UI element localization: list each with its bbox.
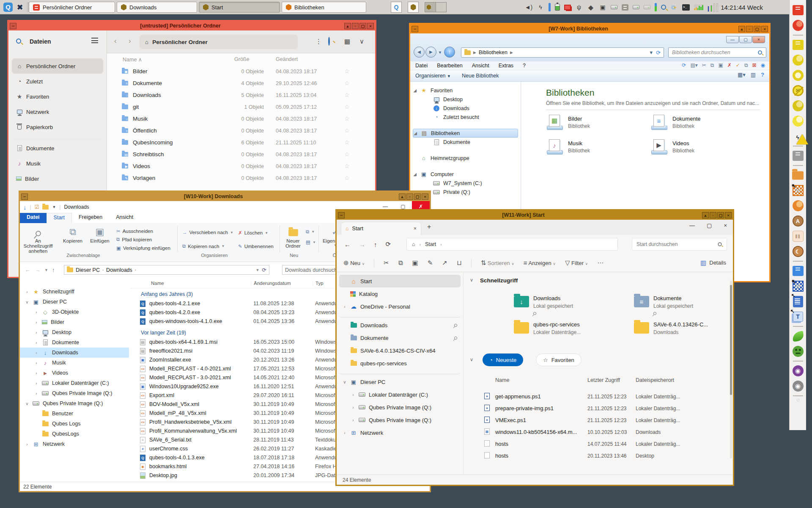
file-row[interactable]: hosts 14.07.2025 11:44 Lokaler Datenträg… xyxy=(464,438,727,450)
explorer-tab[interactable]: ⌂ Start × xyxy=(341,222,421,235)
collapse-icon[interactable]: ∨ xyxy=(470,357,473,362)
minimize-button[interactable]: ▫ xyxy=(406,193,413,200)
copy-icon[interactable]: ⧉ xyxy=(710,62,714,68)
search-box[interactable]: Bibliotheken durchsuchen xyxy=(668,47,766,58)
sidebar-item[interactable] xyxy=(12,135,103,139)
library-item[interactable]: ♪ Musik Bibliothek xyxy=(546,138,643,159)
scrollbar[interactable] xyxy=(730,281,732,458)
file-cabinet-icon[interactable] xyxy=(622,4,628,11)
files-blue-icon[interactable] xyxy=(792,265,804,277)
close-button-aero[interactable]: × xyxy=(752,36,765,43)
terminal-icon[interactable]: >_ xyxy=(682,4,690,11)
file-row[interactable]: prepare-private-img.ps1 21.11.2025 12:23… xyxy=(464,403,727,414)
history-dropdown-icon[interactable]: ▼ xyxy=(438,50,442,55)
back-icon[interactable]: ← xyxy=(344,241,351,248)
tree-item[interactable]: SAVe-6.4.0.13426-CS-CIV-x64 xyxy=(339,344,461,357)
library-item[interactable]: ▶ Videos Bibliothek xyxy=(650,138,748,159)
window-menu-button[interactable]: – xyxy=(411,26,418,32)
battery-icon[interactable] xyxy=(555,4,560,11)
close-button-win[interactable]: × xyxy=(724,222,727,229)
tree-item[interactable]: Benutzer xyxy=(20,409,129,419)
sidebar-item[interactable]: Favoriten xyxy=(12,89,103,104)
star-icon[interactable]: ☆ xyxy=(344,151,350,157)
close-button[interactable]: × xyxy=(761,26,768,32)
chromium-yellow-icon[interactable] xyxy=(792,69,804,82)
sidebar-item[interactable]: Bilder xyxy=(12,171,103,186)
column-type[interactable]: Typ xyxy=(313,281,324,286)
info-icon[interactable]: ◉ xyxy=(761,62,765,68)
copy-path-button[interactable]: ⧉Pfad kopieren xyxy=(116,237,152,242)
column-modified[interactable]: Änderungsdatum xyxy=(251,281,291,286)
tree-item[interactable]: › Desktop xyxy=(20,327,129,337)
domains-cube-icon[interactable]: ◆ xyxy=(587,3,595,11)
paste-icon[interactable]: ▣ xyxy=(718,62,723,68)
file-row[interactable]: ↓ Downloads 5 Objekte 16.11.2025 13:04 ☆ xyxy=(107,90,375,102)
shade-button[interactable]: ▴ xyxy=(399,193,406,200)
disk-2-icon[interactable] xyxy=(633,5,639,9)
forward-button[interactable]: ► xyxy=(425,47,436,58)
address-dropdown-icon[interactable]: ▼ xyxy=(649,50,653,55)
cut-icon[interactable]: ✂ xyxy=(702,62,706,68)
view-options-icon[interactable]: ∨ xyxy=(359,38,364,45)
file-row[interactable]: » Öffentlich 0 Objekte 04.08.2023 18:17 … xyxy=(107,125,375,137)
maximize-button-win[interactable]: ▢ xyxy=(707,222,712,229)
search-icon[interactable] xyxy=(16,39,21,44)
tree-item[interactable]: Dokumente xyxy=(413,138,518,146)
tree-item[interactable]: › Qubes Private Image (Q:) xyxy=(20,388,129,398)
coin-bronze-icon[interactable]: ☾ xyxy=(792,245,804,258)
mixer-beige-icon[interactable]: ‖‖ xyxy=(792,230,804,243)
shade-button[interactable]: ▴ xyxy=(344,23,351,29)
file-row[interactable]: ✎ Vorlagen 0 Objekte 04.08.2023 18:17 ☆ xyxy=(107,173,375,185)
firefox-gray-selected[interactable] xyxy=(797,399,799,401)
minimize-button-win[interactable]: — xyxy=(689,222,695,229)
sidebar-item[interactable]: Dokumente xyxy=(12,141,103,156)
copy-icon[interactable]: ⧉ xyxy=(398,259,403,267)
tree-item[interactable]: Desktop xyxy=(413,95,518,104)
tree-item[interactable]: › Lokaler Datenträger (C:) xyxy=(339,388,461,401)
qubes-update-icon[interactable] xyxy=(564,5,571,10)
copy-to-button[interactable]: ⧉Kopieren nach▼ xyxy=(182,243,225,249)
star-icon[interactable]: ☆ xyxy=(344,127,350,134)
share-icon[interactable]: ↗ xyxy=(442,259,447,267)
minimize-button-aero[interactable]: — xyxy=(726,36,739,43)
address-bar[interactable]: ⌂ › Start › xyxy=(406,238,618,251)
organize-button[interactable]: Organisieren ▼ xyxy=(415,73,451,79)
search-folder-icon[interactable] xyxy=(328,38,330,45)
tree-item[interactable]: ◢ Bibliotheken xyxy=(413,129,518,138)
disconnect-icon[interactable]: ⊠ xyxy=(752,62,756,68)
volume-icon[interactable]: ◄) xyxy=(525,3,532,11)
properties-qat-icon[interactable]: ☑ xyxy=(35,204,39,210)
quick-access-card[interactable]: SAVe-6.4.0.13426-C... Downloads xyxy=(634,321,733,345)
tree-item[interactable]: ∨ Qubes Private Image (Q:) xyxy=(20,398,129,409)
pin-quick-access-button[interactable]: An Schnellzugriffanheften xyxy=(22,226,55,254)
tree-item[interactable]: › Bilder xyxy=(20,317,129,327)
close-button[interactable]: × xyxy=(422,193,428,200)
tree-item[interactable]: Downloads xyxy=(339,319,461,331)
tree-item[interactable]: › Qubes Private Image (Q:) xyxy=(339,414,461,426)
firefox-orange-icon[interactable] xyxy=(792,199,804,212)
tree-item[interactable]: › Netzwerk xyxy=(339,426,461,439)
file-row[interactable]: ♪ Musik 0 Objekte 04.08.2023 18:17 ☆ xyxy=(107,113,375,125)
menu-item[interactable]: ? xyxy=(523,63,526,69)
new-library-button[interactable]: Neue Bibliothek xyxy=(462,73,499,79)
tab-close-icon[interactable]: × xyxy=(414,226,417,232)
back-button[interactable]: ◄ xyxy=(414,47,425,58)
address-dropdown-icon[interactable]: ▼ xyxy=(256,268,260,272)
window-titlebar[interactable]: – [W10-Work] Downloads ▴▫▢× xyxy=(20,192,430,201)
writer-blue-icon[interactable] xyxy=(792,295,804,308)
qubes-domains-widget-icon[interactable]: Q xyxy=(391,2,402,13)
refresh-icon[interactable]: ⟳ xyxy=(682,62,686,68)
disk-3-icon[interactable] xyxy=(644,5,650,9)
back-button[interactable]: ‹ xyxy=(114,37,117,45)
screenshot-tool-icon[interactable]: ⧉➤ xyxy=(670,3,678,11)
sidebar-item[interactable]: Papierkorb xyxy=(12,119,103,135)
column-size[interactable]: Größe xyxy=(234,56,249,62)
tree-item[interactable]: W7_System (C:) xyxy=(413,179,518,188)
tree-item[interactable]: Heimnetzgruppe xyxy=(413,154,518,163)
star-icon[interactable]: ☆ xyxy=(344,91,350,98)
maximize-button-aero[interactable]: ▢ xyxy=(739,36,752,43)
delete-button[interactable]: ✗Löschen▼ xyxy=(238,230,268,236)
warning-yellow-icon[interactable]: ϟ xyxy=(792,130,804,143)
tree-item[interactable]: Dokumente xyxy=(339,331,461,344)
tree-item[interactable]: ◢ Favoriten xyxy=(413,86,518,95)
